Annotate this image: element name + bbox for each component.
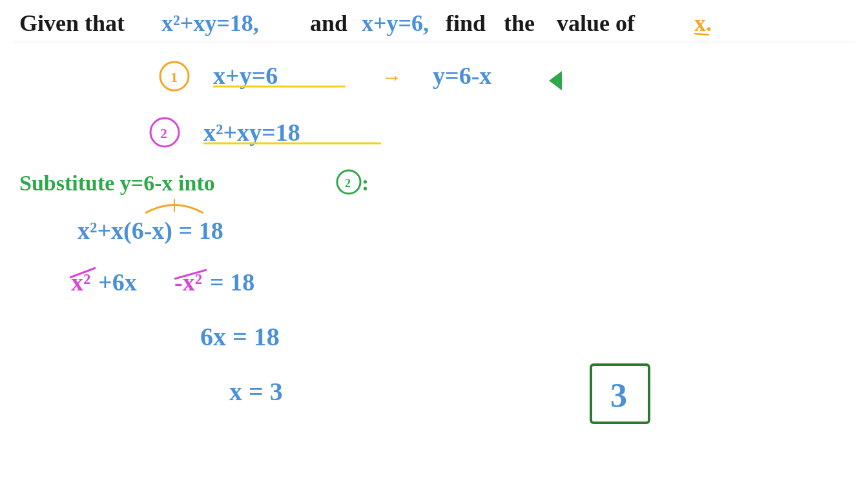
substitute-text: Substitute y=6-x into bbox=[19, 171, 215, 195]
arrow1: → bbox=[381, 65, 402, 88]
simplified-eq: 6x = 18 bbox=[200, 322, 280, 351]
substituted-eq: x²+x(6-x) = 18 bbox=[78, 217, 223, 245]
colon: : bbox=[362, 171, 369, 195]
step1-equation: x+y=6 bbox=[213, 62, 278, 89]
equation-1-given: x²+xy=18, bbox=[161, 10, 259, 36]
value-of-text: value of bbox=[557, 10, 636, 36]
green-arrow bbox=[549, 71, 562, 90]
eq18-1: = 18 bbox=[210, 269, 254, 296]
step1-result: y=6-x bbox=[433, 62, 491, 89]
answer-value: 3 bbox=[610, 377, 627, 414]
and-text: and bbox=[310, 10, 347, 36]
x-variable: x. bbox=[694, 10, 712, 36]
given-text: Given that bbox=[19, 10, 125, 36]
step2-ref: 2 bbox=[345, 177, 351, 190]
step2-label: 2 bbox=[160, 125, 167, 141]
main-content: Given that x²+xy=18, and x+y=6, find the… bbox=[0, 0, 868, 488]
answer-equation: x = 3 bbox=[229, 377, 283, 406]
6x-term: +6x bbox=[98, 269, 137, 296]
step2-equation: x²+xy=18 bbox=[203, 119, 300, 146]
the-text: the bbox=[504, 10, 535, 36]
equation-2-given: x+y=6, bbox=[362, 10, 429, 36]
find-text: find bbox=[446, 10, 486, 36]
step1-label: 1 bbox=[170, 69, 178, 85]
